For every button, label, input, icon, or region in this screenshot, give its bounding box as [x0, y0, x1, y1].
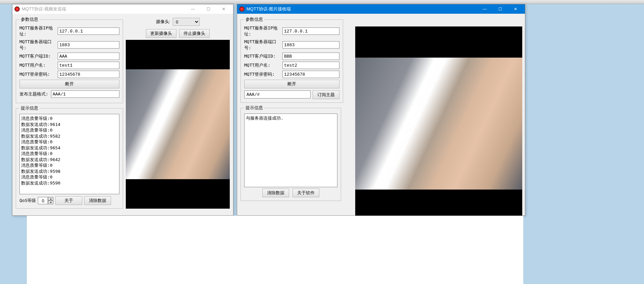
sender-password-input[interactable] — [58, 71, 119, 78]
receiver-username-input[interactable] — [282, 62, 339, 69]
label-pub-topic: 发布主题格式: — [19, 91, 50, 97]
receiver-about-button[interactable]: 关于软件 — [292, 189, 319, 197]
sender-hint-legend: 提示信息 — [19, 105, 40, 111]
sender-titlebar[interactable]: MQTT协议-视频发送端 — ☐ ✕ — [12, 4, 233, 14]
receiver-window: MQTT协议-图片接收端 — ☐ ✕ 参数信息 MQTT服务器IP地址: MQT… — [237, 4, 525, 216]
received-image — [355, 58, 522, 190]
receiver-server-port-input[interactable] — [282, 41, 339, 49]
minimize-button[interactable]: — — [477, 5, 492, 13]
sender-disconnect-button[interactable]: 断开 — [19, 80, 119, 88]
receiver-video-preview — [355, 26, 522, 221]
label-password: MQTT登录密码: — [19, 71, 56, 77]
qos-up-button[interactable]: ▲ — [48, 197, 53, 201]
sender-client-id-input[interactable] — [58, 53, 119, 60]
label-server-port: MQTT服务器端口号: — [244, 39, 281, 51]
sender-clear-button[interactable]: 清除数据 — [84, 196, 111, 205]
label-username: MQTT用户名: — [244, 62, 281, 68]
label-server-port: MQTT服务器端口号: — [19, 39, 56, 51]
sender-window: MQTT协议-视频发送端 — ☐ ✕ 参数信息 MQTT服务器IP地址: MQT… — [12, 4, 233, 216]
label-password: MQTT登录密码: — [244, 71, 281, 77]
receiver-sub-topic-input[interactable] — [244, 90, 311, 98]
sender-title: MQTT协议-视频发送端 — [22, 6, 185, 12]
sender-qos-input[interactable] — [38, 197, 48, 204]
minimize-button[interactable]: — — [185, 5, 200, 13]
receiver-client-id-input[interactable] — [282, 53, 339, 60]
sender-pub-topic-input[interactable] — [51, 90, 119, 98]
sender-about-button[interactable]: 关于 — [55, 196, 82, 205]
maximize-button[interactable]: ☐ — [493, 5, 507, 13]
desktop-taskbar — [0, 0, 644, 4]
sender-username-input[interactable] — [58, 62, 119, 69]
app-icon — [239, 6, 245, 12]
receiver-password-input[interactable] — [282, 71, 339, 78]
sender-hint-group: 提示信息 消息质量等级:0 数据发送成功:9614 消息质量等级:0 数据发送成… — [16, 105, 123, 209]
receiver-params-legend: 参数信息 — [244, 16, 264, 22]
sender-update-camera-button[interactable]: 更新摄像头 — [146, 29, 176, 38]
sender-params-legend: 参数信息 — [19, 16, 40, 22]
label-server-ip: MQTT服务器IP地址: — [244, 25, 281, 37]
sender-video-preview — [126, 40, 230, 209]
receiver-hint-group: 提示信息 与服务器连接成功. 清除数据 关于软件 — [240, 105, 341, 201]
background-panel — [27, 216, 523, 284]
receiver-params-group: 参数信息 MQTT服务器IP地址: MQTT服务器端口号: MQTT客户端ID:… — [240, 16, 343, 103]
receiver-subscribe-button[interactable]: 订阅主题 — [313, 90, 339, 99]
sender-server-ip-input[interactable] — [58, 27, 119, 35]
label-client-id: MQTT客户端ID: — [244, 53, 281, 59]
qos-down-button[interactable]: ▼ — [48, 201, 53, 204]
receiver-titlebar[interactable]: MQTT协议-图片接收端 — ☐ ✕ — [237, 4, 525, 14]
receiver-clear-button[interactable]: 清除数据 — [262, 189, 289, 197]
label-qos: QoS等级 — [19, 198, 36, 204]
app-icon — [14, 6, 20, 12]
receiver-title: MQTT协议-图片接收端 — [247, 6, 477, 12]
sender-stop-camera-button[interactable]: 停止摄像头 — [179, 29, 210, 38]
close-button[interactable]: ✕ — [216, 5, 231, 13]
label-client-id: MQTT客户端ID: — [19, 53, 56, 59]
label-server-ip: MQTT服务器IP地址: — [19, 25, 56, 37]
sender-params-group: 参数信息 MQTT服务器IP地址: MQTT服务器端口号: MQTT客户端ID:… — [16, 16, 123, 103]
camera-image — [126, 69, 230, 179]
maximize-button[interactable]: ☐ — [201, 5, 216, 13]
receiver-hint-legend: 提示信息 — [244, 105, 264, 111]
close-button[interactable]: ✕ — [508, 5, 523, 13]
sender-server-port-input[interactable] — [58, 41, 119, 49]
sender-log-textarea[interactable]: 消息质量等级:0 数据发送成功:9614 消息质量等级:0 数据发送成功:958… — [19, 114, 119, 194]
label-camera: 摄像头: — [156, 19, 170, 25]
receiver-server-ip-input[interactable] — [282, 27, 339, 35]
sender-camera-select[interactable]: 0 — [173, 18, 200, 26]
receiver-log-textarea[interactable]: 与服务器连接成功. — [244, 114, 337, 187]
label-username: MQTT用户名: — [19, 62, 56, 68]
receiver-disconnect-button[interactable]: 断开 — [244, 80, 339, 88]
